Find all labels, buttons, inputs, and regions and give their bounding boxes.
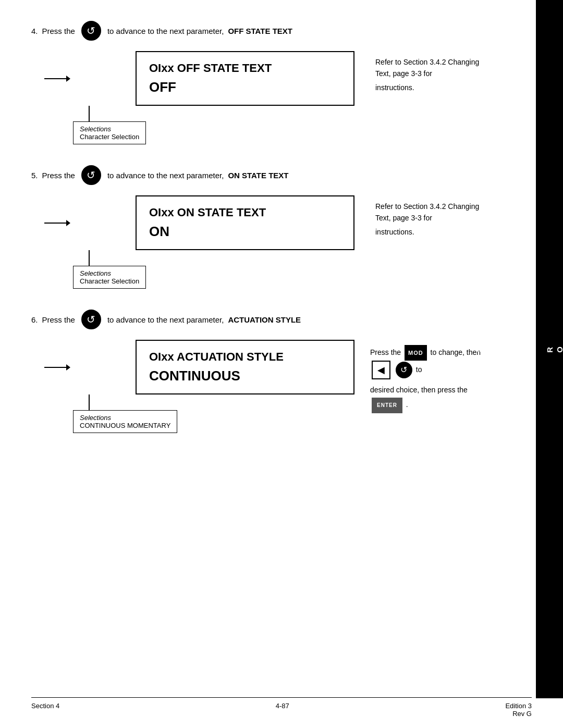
step5-number: 5. xyxy=(31,171,38,180)
step4-section: 4. Press the ↺ to advance to the next pa… xyxy=(31,21,532,144)
step6-box-value: CONTINUOUS xyxy=(149,368,341,384)
step6-number: 6. xyxy=(31,315,38,324)
step5-display-box: OIxx ON STATE TEXT ON xyxy=(136,195,354,250)
step4-sel-values: Character Selection xyxy=(80,133,139,141)
arrow-left-icon[interactable]: ◀ xyxy=(372,361,390,379)
step5-icon[interactable]: ↺ xyxy=(81,165,101,185)
step5-right: Refer to Section 3.4.2 Changing Text, pa… xyxy=(375,195,495,238)
step4-text: Press the xyxy=(42,27,75,35)
step5-text: Press the xyxy=(42,171,75,180)
step4-suffix: to advance to the next parameter, xyxy=(107,27,224,35)
step5-line: 5. Press the ↺ to advance to the next pa… xyxy=(31,165,495,185)
step4-connector: Selections Character Selection xyxy=(73,106,146,144)
footer-right1: Edition 3 xyxy=(505,702,532,710)
step6-selections: Selections CONTINUOUS MOMENTARY xyxy=(73,410,177,433)
step4-selections: Selections Character Selection xyxy=(73,121,146,144)
step6-act-line2: desired choice, then press the ENTER . xyxy=(370,382,495,413)
step5-suffix: to advance to the next parameter, xyxy=(107,171,224,180)
step5-connector: Selections Character Selection xyxy=(73,250,146,289)
step5-box-value: ON xyxy=(149,224,341,240)
step4-left: OIxx OFF STATE TEXT OFF Selections Chara… xyxy=(31,51,354,144)
step4-ref1: Refer to Section 3.4.2 Changing Text, pa… xyxy=(375,56,495,80)
step4-content: OIxx OFF STATE TEXT OFF Selections Chara… xyxy=(31,51,495,144)
step4-number: 4. xyxy=(31,27,38,35)
step6-sel-values: CONTINUOUS MOMENTARY xyxy=(80,422,170,429)
step5-sel-values: Character Selection xyxy=(80,277,139,285)
step6-connector: Selections CONTINUOUS MOMENTARY xyxy=(73,394,177,433)
step4-display-wrapper: OIxx OFF STATE TEXT OFF xyxy=(73,51,354,106)
step5-sel-label: Selections xyxy=(80,269,139,277)
footer-center: 4-87 xyxy=(276,702,289,718)
step6-act-text4: desired choice, then press the xyxy=(370,386,468,394)
step6-text: Press the xyxy=(42,315,75,324)
mod-button[interactable]: MOD xyxy=(405,345,427,361)
footer-left: Section 4 xyxy=(31,702,59,718)
step5-left: OIxx ON STATE TEXT ON Selections Charact… xyxy=(31,195,354,289)
step5-display-wrapper: OIxx ON STATE TEXT ON xyxy=(73,195,354,250)
step5-param: ON STATE TEXT xyxy=(228,171,288,180)
step6-param: ACTUATION STYLE xyxy=(228,315,301,324)
step6-suffix: to advance to the next parameter, xyxy=(107,315,224,324)
step5-ref1: Refer to Section 3.4.2 Changing Text, pa… xyxy=(375,201,495,224)
refresh-icon[interactable]: ↺ xyxy=(396,362,412,378)
step6-section: 6. Press the ↺ to advance to the next pa… xyxy=(31,310,532,433)
step4-display-box: OIxx OFF STATE TEXT OFF xyxy=(136,51,354,106)
step6-left: OIxx ACTUATION STYLE CONTINUOUS Selectio… xyxy=(31,340,354,433)
step4-line: 4. Press the ↺ to advance to the next pa… xyxy=(31,21,495,41)
step6-arrow xyxy=(44,364,70,371)
step6-box-title: OIxx ACTUATION STYLE xyxy=(149,350,341,364)
step6-act-text3: to xyxy=(416,365,422,374)
step6-content: OIxx ACTUATION STYLE CONTINUOUS Selectio… xyxy=(31,340,495,433)
step4-ref2: instructions. xyxy=(375,82,495,93)
step4-param: OFF STATE TEXT xyxy=(228,27,292,35)
footer-right2: Rev G xyxy=(505,710,532,718)
page: S T U P N I R O T A R E P O 4. Press the… xyxy=(0,0,563,728)
step5-content: OIxx ON STATE TEXT ON Selections Charact… xyxy=(31,195,495,289)
step6-sel-label: Selections xyxy=(80,414,170,422)
footer: Section 4 4-87 Edition 3 Rev G xyxy=(31,697,532,718)
step5-section: 5. Press the ↺ to advance to the next pa… xyxy=(31,165,532,289)
footer-right: Edition 3 Rev G xyxy=(505,702,532,718)
step6-line: 6. Press the ↺ to advance to the next pa… xyxy=(31,310,495,329)
step4-icon[interactable]: ↺ xyxy=(81,21,101,41)
step6-icon[interactable]: ↺ xyxy=(81,310,101,329)
step4-arrow xyxy=(44,76,70,82)
step4-sel-label: Selections xyxy=(80,125,139,133)
step4-box-value: OFF xyxy=(149,79,341,95)
step5-arrow xyxy=(44,220,70,226)
step4-right: Refer to Section 3.4.2 Changing Text, pa… xyxy=(375,51,495,93)
sidebar: S T U P N I R O T A R E P O xyxy=(536,0,563,698)
step5-box-title: OIxx ON STATE TEXT xyxy=(149,206,341,219)
step5-ref2: instructions. xyxy=(375,226,495,238)
step4-box-title: OIxx OFF STATE TEXT xyxy=(149,61,341,75)
step6-act-text1: Press the xyxy=(370,348,401,356)
step6-display-box: OIxx ACTUATION STYLE CONTINUOUS xyxy=(136,340,354,394)
step5-selections: Selections Character Selection xyxy=(73,266,146,289)
enter-button[interactable]: ENTER xyxy=(372,398,402,413)
step6-display-wrapper: OIxx ACTUATION STYLE CONTINUOUS xyxy=(73,340,354,394)
sidebar-text: S T U P N I R O T A R E P O xyxy=(473,346,563,353)
